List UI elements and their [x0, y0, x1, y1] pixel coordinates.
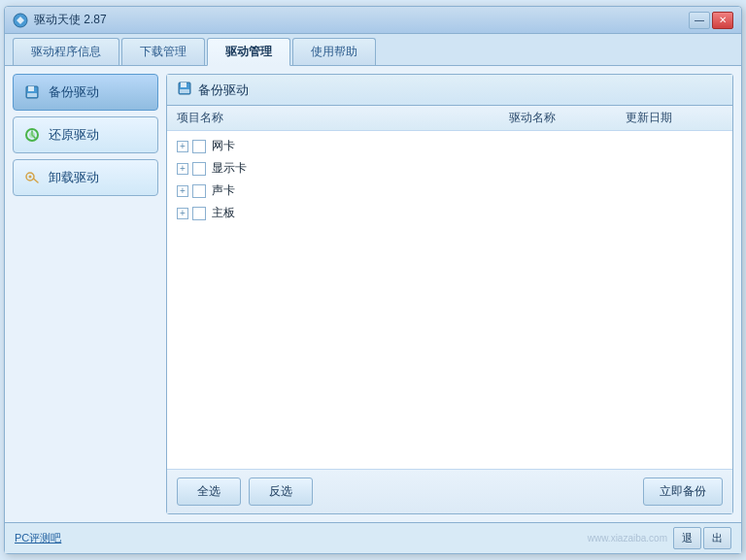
label-display: 显示卡 [212, 160, 247, 177]
col-header-name: 项目名称 [177, 110, 509, 126]
tree-row-network[interactable]: + 网卡 [167, 135, 732, 157]
sidebar-restore-button[interactable]: 还原驱动 [13, 116, 158, 153]
panel-header-icon [177, 81, 192, 99]
tab-help[interactable]: 使用帮助 [292, 38, 376, 65]
close-button[interactable]: ✕ [712, 12, 733, 29]
window-footer: PC评测吧 www.xiazaiba.com 退 出 [5, 522, 741, 553]
svg-point-5 [29, 132, 35, 138]
app-icon [13, 13, 28, 28]
expand-display[interactable]: + [177, 163, 188, 175]
sidebar: 备份驱动 还原驱动 [13, 74, 158, 514]
exit-char1[interactable]: 退 [673, 527, 701, 549]
tree-row-sound[interactable]: + 声卡 [167, 180, 732, 202]
tree-row-display[interactable]: + 显示卡 [167, 157, 732, 180]
svg-point-8 [29, 176, 32, 179]
checkbox-display[interactable] [192, 162, 206, 176]
save-icon [23, 83, 41, 101]
svg-line-7 [34, 179, 39, 182]
col-header-driver: 驱动名称 [509, 110, 626, 126]
invert-button[interactable]: 反选 [249, 478, 313, 506]
footer-link[interactable]: PC评测吧 [15, 531, 61, 545]
expand-motherboard[interactable]: + [177, 208, 188, 219]
label-network: 网卡 [212, 138, 235, 154]
tab-manage[interactable]: 驱动管理 [207, 38, 290, 66]
footer-right: www.xiazaiba.com 退 出 [588, 527, 731, 549]
select-all-button[interactable]: 全选 [177, 478, 241, 506]
watermark: www.xiazaiba.com [588, 533, 667, 544]
tree-row-motherboard[interactable]: + 主板 [167, 202, 732, 224]
svg-rect-2 [28, 86, 34, 91]
table-header: 项目名称 驱动名称 更新日期 [167, 106, 732, 131]
title-bar: 驱动天使 2.87 — ✕ [5, 7, 741, 34]
minimize-button[interactable]: — [689, 12, 710, 29]
key-icon [23, 169, 41, 186]
checkbox-motherboard[interactable] [192, 207, 206, 220]
expand-network[interactable]: + [177, 141, 188, 152]
restore-icon [23, 126, 41, 144]
main-window: 驱动天使 2.87 — ✕ 驱动程序信息 下载管理 驱动管理 使用帮助 [4, 6, 742, 554]
label-motherboard: 主板 [212, 205, 235, 221]
table-body: + 网卡 + 显示卡 + 声卡 + [167, 131, 732, 469]
tab-bar: 驱动程序信息 下载管理 驱动管理 使用帮助 [5, 34, 741, 66]
main-panel: 备份驱动 项目名称 驱动名称 更新日期 + 网卡 + [166, 74, 733, 514]
panel-header: 备份驱动 [167, 75, 732, 106]
exit-char2[interactable]: 出 [703, 527, 731, 549]
col-header-date: 更新日期 [626, 110, 723, 126]
svg-rect-10 [181, 82, 186, 87]
tab-info[interactable]: 驱动程序信息 [13, 38, 119, 65]
tab-download[interactable]: 下载管理 [121, 38, 205, 65]
checkbox-network[interactable] [192, 140, 206, 153]
exit-button-group: 退 出 [673, 527, 731, 549]
svg-rect-11 [180, 89, 189, 93]
panel-body: 项目名称 驱动名称 更新日期 + 网卡 + 显示卡 [167, 106, 732, 469]
content-area: 备份驱动 还原驱动 [5, 66, 741, 522]
window-title: 驱动天使 2.87 [34, 12, 689, 28]
svg-rect-3 [27, 93, 37, 97]
expand-sound[interactable]: + [177, 185, 188, 197]
checkbox-sound[interactable] [192, 184, 206, 198]
window-controls: — ✕ [689, 12, 733, 29]
sidebar-backup-button[interactable]: 备份驱动 [13, 74, 158, 111]
panel-footer: 全选 反选 立即备份 [167, 469, 732, 513]
backup-now-button[interactable]: 立即备份 [643, 478, 723, 506]
label-sound: 声卡 [212, 182, 235, 199]
sidebar-uninstall-button[interactable]: 卸载驱动 [13, 159, 158, 196]
panel-title: 备份驱动 [198, 82, 249, 99]
